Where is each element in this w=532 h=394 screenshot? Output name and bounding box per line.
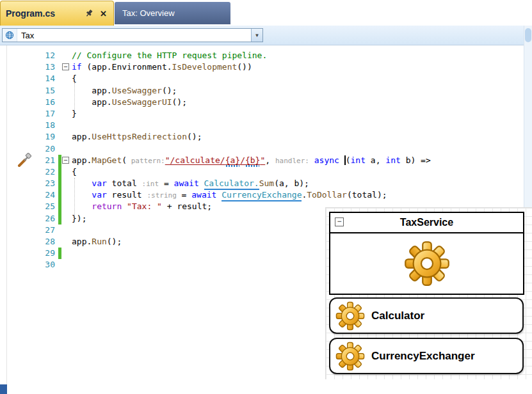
line-number: 14: [0, 73, 55, 84]
document-tabbar: Program.cs ✕ Tax: Overview: [0, 0, 532, 26]
gear-icon: [335, 342, 365, 371]
code-token: [339, 155, 344, 165]
line-number: 13: [0, 61, 55, 73]
change-tracking-bar: [58, 248, 61, 259]
code-line[interactable]: 21−app.MapGet( pattern:"/calculate/{a}/{…: [0, 155, 528, 166]
line-number: 15: [0, 85, 55, 97]
code-token: MapGet: [92, 155, 122, 165]
tab-tax-overview[interactable]: Tax: Overview: [115, 2, 230, 24]
code-line[interactable]: 22{: [0, 166, 528, 178]
code-token: UseSwagger: [112, 86, 162, 95]
change-tracking-bar: [58, 155, 61, 166]
code-token: a,: [366, 155, 385, 165]
change-tracking-bar: [58, 201, 61, 212]
code-line-text: var total :int = await Calculator.Sum(a,…: [72, 178, 309, 190]
code-line-text: if (app.Environment.IsDevelopment()): [72, 61, 252, 73]
code-line[interactable]: 15 app.UseSwagger();: [0, 85, 528, 97]
code-token: }: [72, 109, 77, 118]
dependency-diagram-overlay: − TaxService Calculator CurrencyExchange…: [325, 207, 532, 379]
component-label: CurrencyExchanger: [371, 350, 475, 363]
line-number: 28: [0, 236, 55, 248]
code-line[interactable]: 23 var total :int = await Calculator.Sum…: [0, 178, 528, 189]
tab-label: Program.cs: [6, 8, 79, 19]
code-token: b) =>: [401, 155, 431, 165]
code-line-text: app.UseSwagger();: [72, 85, 177, 97]
fold-toggle-icon[interactable]: −: [62, 157, 69, 164]
project-dropdown[interactable]: Tax ▼: [2, 28, 263, 42]
code-token: =: [159, 178, 173, 188]
taxservice-body: [330, 233, 523, 294]
code-line-text: app.UseHttpsRedirection();: [72, 131, 202, 143]
code-token: (: [122, 155, 127, 165]
close-icon[interactable]: ✕: [99, 9, 108, 19]
code-token: var: [92, 178, 106, 188]
code-token: ();: [172, 97, 187, 107]
code-token: UseSwaggerUI: [112, 97, 172, 107]
line-number: 24: [0, 189, 55, 201]
code-token: app.: [72, 86, 112, 95]
code-token: UseHttpsRedirection: [92, 132, 187, 141]
code-token: Sum: [259, 178, 274, 188]
code-token: result: [107, 190, 147, 200]
tab-program-cs[interactable]: Program.cs ✕: [0, 1, 114, 26]
code-line[interactable]: 13−if (app.Environment.IsDevelopment()): [0, 61, 528, 73]
code-token: ()): [237, 62, 252, 72]
code-line[interactable]: 24 var result :string = await CurrencyEx…: [0, 189, 528, 201]
code-token: ();: [107, 237, 122, 246]
chevron-down-icon[interactable]: ▼: [251, 29, 262, 42]
code-token: app.: [72, 155, 92, 165]
code-token: "Tax: ": [127, 201, 162, 211]
taxservice-title: TaxService: [400, 217, 453, 228]
code-line-text: // Configure the HTTP request pipeline.: [72, 50, 267, 61]
line-number: 21: [0, 155, 55, 166]
code-token: (app.Environment.: [82, 62, 172, 72]
code-token: /: [240, 155, 245, 165]
line-number: 27: [0, 225, 55, 236]
fold-toggle-icon[interactable]: −: [62, 63, 69, 70]
code-token: + result;: [162, 201, 212, 211]
code-token: // Configure the HTTP request pipeline.: [72, 51, 267, 60]
pin-icon[interactable]: [85, 9, 93, 18]
code-line-text: app.MapGet( pattern:"/calculate/{a}/{b}"…: [72, 155, 431, 167]
code-token: :string: [147, 191, 176, 200]
collapse-icon[interactable]: −: [335, 217, 344, 226]
line-number: 16: [0, 97, 55, 108]
code-token: int: [385, 155, 400, 165]
code-line[interactable]: 16 app.UseSwaggerUI();: [0, 97, 528, 108]
code-line[interactable]: 18: [0, 120, 528, 131]
globe-icon: [3, 29, 17, 42]
calculator-node[interactable]: Calculator: [329, 297, 524, 334]
line-number: 18: [0, 120, 55, 131]
scroll-corner: [0, 384, 7, 394]
code-line[interactable]: 14{: [0, 73, 528, 84]
code-token: {: [72, 167, 77, 177]
code-line-text: {: [72, 166, 77, 178]
line-number: 30: [0, 259, 55, 271]
code-line[interactable]: 12// Configure the HTTP request pipeline…: [0, 50, 528, 61]
navigation-bar: Tax ▼: [0, 26, 524, 45]
code-token: {b}: [245, 155, 260, 165]
code-token: ToDollar: [307, 190, 347, 200]
change-tracking-bar: [58, 213, 61, 225]
scrollbar-thumb[interactable]: [525, 28, 531, 42]
code-line[interactable]: 17}: [0, 108, 528, 120]
code-token: "/calculate/: [165, 155, 225, 165]
line-number: 19: [0, 131, 55, 143]
code-token: [199, 178, 204, 188]
code-token: Run: [92, 237, 106, 246]
code-token: ();: [162, 86, 177, 95]
line-number: 25: [0, 201, 55, 212]
taxservice-node[interactable]: − TaxService: [329, 212, 524, 295]
code-token: :int: [142, 180, 159, 188]
taxservice-header: − TaxService: [330, 213, 523, 233]
code-line-text: var result :string = await CurrencyExcha…: [72, 189, 387, 201]
currencyexchanger-node[interactable]: CurrencyExchanger: [329, 338, 524, 374]
change-tracking-bar: [58, 166, 61, 178]
vertical-scrollbar[interactable]: [524, 26, 532, 207]
code-line-text: app.Run();: [72, 236, 122, 248]
code-token: app.: [72, 132, 92, 141]
code-token: ();: [187, 132, 202, 141]
code-line[interactable]: 19app.UseHttpsRedirection();: [0, 131, 528, 143]
code-token: (: [346, 155, 351, 165]
code-line[interactable]: 20: [0, 143, 528, 155]
